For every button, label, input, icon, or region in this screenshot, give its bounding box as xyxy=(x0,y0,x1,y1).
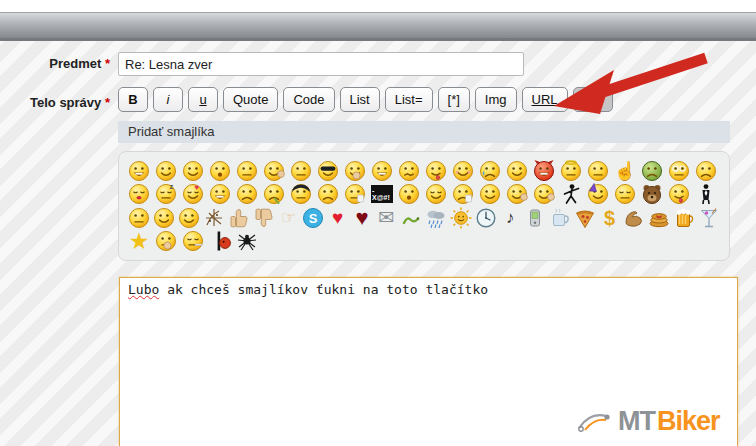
star-smiley-icon[interactable]: ★ xyxy=(128,230,150,252)
quote-button[interactable]: Quote xyxy=(223,87,278,112)
smile4-smiley-icon[interactable] xyxy=(153,207,175,229)
sun-smiley-icon[interactable] xyxy=(450,207,472,229)
logo-text-biker: Biker xyxy=(657,408,720,435)
swear-smiley-icon[interactable]: -X@#! xyxy=(371,183,393,205)
shy-smiley-icon[interactable] xyxy=(425,183,447,205)
beer-smiley-icon[interactable] xyxy=(673,207,695,229)
unamused-smiley-icon[interactable] xyxy=(614,183,636,205)
bbcode-toolbar: BiuQuoteCodeListList=[*]ImgURL xyxy=(118,87,613,112)
nerd-smiley-icon[interactable] xyxy=(668,160,690,182)
angel-smiley-icon[interactable] xyxy=(560,160,582,182)
clap-smiley-icon[interactable]: ☞ xyxy=(278,207,299,229)
underline-button[interactable]: u xyxy=(188,87,218,112)
eek-smiley-icon[interactable] xyxy=(209,160,231,182)
mad-smiley-icon[interactable] xyxy=(398,160,420,182)
mug-smiley-icon[interactable] xyxy=(549,207,571,229)
cocktail-smiley-icon[interactable] xyxy=(698,207,720,229)
url-button[interactable]: URL xyxy=(522,87,568,112)
think-point-smiley-icon[interactable] xyxy=(155,230,177,252)
svg-text:z: z xyxy=(170,183,174,191)
emo-smiley-icon[interactable] xyxy=(290,183,312,205)
wall-peek-smiley-icon[interactable] xyxy=(209,230,231,252)
skype-smiley-icon[interactable]: S xyxy=(302,207,324,229)
sad-smiley-icon[interactable] xyxy=(317,183,339,205)
shrug-smiley-icon[interactable] xyxy=(506,183,528,205)
thumb-down-smiley-icon[interactable] xyxy=(253,207,275,229)
devil-smiley-icon[interactable] xyxy=(533,160,555,182)
giggle-smiley-icon[interactable] xyxy=(344,160,366,182)
in-love-smiley-icon[interactable]: ♥ xyxy=(182,183,204,205)
italic-button[interactable]: i xyxy=(153,87,183,112)
raised-brow-smiley-icon[interactable] xyxy=(290,160,312,182)
dark-heart-smiley-icon[interactable]: ♥ xyxy=(351,207,372,229)
list-item-button[interactable]: [*] xyxy=(438,87,470,112)
cyclist-icon xyxy=(576,406,616,436)
required-asterisk: * xyxy=(105,56,110,71)
bold-button[interactable]: B xyxy=(118,87,148,112)
window-header-bar xyxy=(0,12,756,41)
smirk-smiley-icon[interactable] xyxy=(506,160,528,182)
smiley-panel: ☝z♥-X@#!☞S♥♥✉♪$★ xyxy=(118,151,730,261)
heart-smiley-icon[interactable]: ♥ xyxy=(327,207,348,229)
dollar-smiley-icon[interactable]: $ xyxy=(599,207,620,229)
wave-smiley-icon[interactable] xyxy=(263,160,285,182)
neutral-smiley-icon[interactable] xyxy=(236,160,258,182)
dancer-smiley-icon[interactable] xyxy=(560,183,582,205)
thumb-up-smiley-icon[interactable] xyxy=(228,207,250,229)
party-smiley-icon[interactable] xyxy=(587,183,609,205)
top-white-strip xyxy=(0,0,756,12)
rock-smiley-icon[interactable] xyxy=(533,183,555,205)
img-button[interactable]: Img xyxy=(475,87,517,112)
smiley-row: z♥-X@#! xyxy=(128,183,720,207)
required-asterisk: * xyxy=(105,95,110,110)
point-up-smiley-icon[interactable]: ☝ xyxy=(614,160,636,182)
subject-input[interactable] xyxy=(118,52,524,76)
worried-smiley-icon[interactable] xyxy=(695,160,717,182)
phone-smiley-icon[interactable] xyxy=(524,207,546,229)
logo-text-mt: MT xyxy=(618,408,655,435)
svg-text:S: S xyxy=(309,210,318,225)
muscle-smiley-icon[interactable] xyxy=(623,207,645,229)
laugh-tongue-smiley-icon[interactable] xyxy=(668,183,690,205)
sick-smiley-icon[interactable] xyxy=(263,183,285,205)
pancakes-smiley-icon[interactable] xyxy=(648,207,670,229)
pizza-smiley-icon[interactable] xyxy=(574,207,596,229)
happy-smiley-icon[interactable] xyxy=(209,183,231,205)
code-button[interactable]: Code xyxy=(283,87,334,112)
drink-smiley-icon[interactable] xyxy=(344,183,366,205)
bear-smiley-icon[interactable] xyxy=(641,183,663,205)
green-mad-smiley-icon[interactable] xyxy=(641,160,663,182)
sneeze-smiley-icon[interactable] xyxy=(452,183,474,205)
smile3-smiley-icon[interactable] xyxy=(479,183,501,205)
blush-smiley-icon[interactable] xyxy=(452,160,474,182)
smile5-smiley-icon[interactable] xyxy=(178,207,200,229)
kiss-smiley-icon[interactable] xyxy=(128,183,150,205)
clock-smiley-icon[interactable] xyxy=(475,207,497,229)
sleepy-annoyed-smiley-icon[interactable] xyxy=(182,230,204,252)
oops-smiley-icon[interactable] xyxy=(398,183,420,205)
grin-smiley-icon[interactable] xyxy=(371,160,393,182)
spider-smiley-icon[interactable] xyxy=(236,230,258,252)
suit-man-smiley-icon[interactable] xyxy=(695,183,717,205)
smile2-smiley-icon[interactable] xyxy=(182,160,204,182)
worm-smiley-icon[interactable] xyxy=(400,207,422,229)
smile-smiley-icon[interactable] xyxy=(155,160,177,182)
cry-smiley-icon[interactable] xyxy=(479,160,501,182)
smiley-header: Pridať smajlíka xyxy=(118,121,730,143)
rolleyes-smiley-icon[interactable] xyxy=(587,160,609,182)
body-label: Telo správy * xyxy=(0,95,110,110)
svg-text:♥: ♥ xyxy=(195,183,200,192)
bramble-smiley-icon[interactable] xyxy=(203,207,225,229)
frown-smiley-icon[interactable] xyxy=(236,183,258,205)
envelope-smiley-icon[interactable]: ✉ xyxy=(376,207,397,229)
sleepy-smiley-icon[interactable]: z xyxy=(155,183,177,205)
music-note-smiley-icon[interactable]: ♪ xyxy=(500,207,521,229)
laugh-smiley-icon[interactable] xyxy=(128,160,150,182)
calm-smiley-icon[interactable] xyxy=(128,207,150,229)
cool-smiley-icon[interactable] xyxy=(317,160,339,182)
tongue-smiley-icon[interactable] xyxy=(425,160,447,182)
list-button[interactable]: List xyxy=(340,87,380,112)
list-eq-button[interactable]: List= xyxy=(385,87,433,112)
smiley-toggle-button[interactable] xyxy=(573,87,613,112)
rain-smiley-icon[interactable] xyxy=(425,207,447,229)
